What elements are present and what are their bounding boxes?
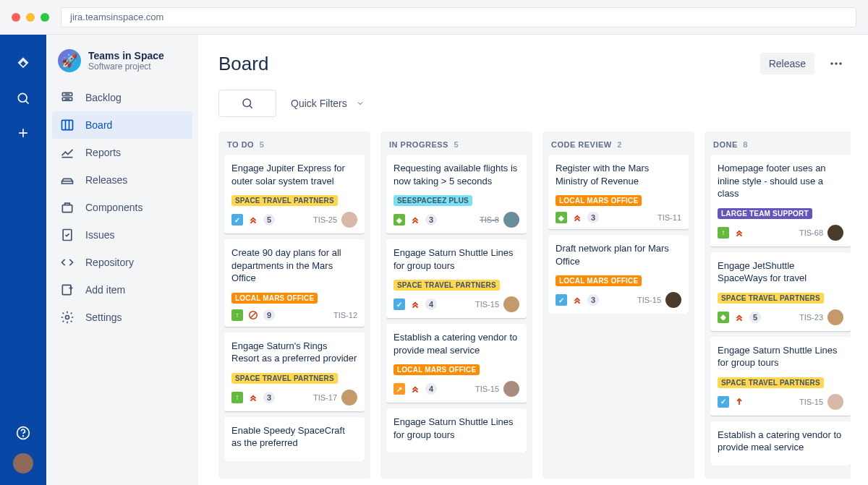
assignee-avatar bbox=[341, 212, 357, 228]
card-title: Engage Saturn Shuttle Lines for group to… bbox=[393, 246, 519, 272]
project-sidebar: 🚀 Teams in Space Software project Backlo… bbox=[46, 35, 198, 485]
svg-point-19 bbox=[66, 316, 69, 319]
assignee-avatar bbox=[503, 296, 519, 312]
minimize-window-icon[interactable] bbox=[26, 13, 35, 22]
issue-card[interactable]: Engage Saturn's Rings Resort as a prefer… bbox=[224, 332, 365, 411]
sidebar-item-board[interactable]: Board bbox=[52, 111, 192, 139]
assignee-avatar bbox=[503, 212, 519, 228]
sidebar-item-label: Settings bbox=[85, 312, 122, 323]
url-bar[interactable]: jira.teamsinspace.com bbox=[61, 7, 856, 27]
sidebar-item-settings[interactable]: Settings bbox=[52, 304, 192, 331]
svg-point-5 bbox=[23, 436, 24, 437]
svg-line-24 bbox=[250, 106, 252, 108]
issue-card[interactable]: Establish a catering vendor to provide m… bbox=[710, 421, 851, 465]
create-icon[interactable] bbox=[9, 119, 38, 147]
quick-filters-dropdown[interactable]: Quick Filters bbox=[291, 98, 365, 109]
priority-highest-icon bbox=[409, 299, 421, 310]
sidebar-item-label: Reports bbox=[85, 147, 121, 158]
column-done: Done 8 Homepage footer uses an inline st… bbox=[705, 132, 851, 478]
card-title: Engage Jupiter Express for outer solar s… bbox=[231, 162, 357, 187]
issue-card[interactable]: Register with the Mars Ministry of Reven… bbox=[548, 155, 689, 229]
settings-icon bbox=[59, 309, 75, 325]
epic-label: Local Mars Office bbox=[393, 364, 480, 375]
issue-key: TIS-15 bbox=[475, 300, 499, 309]
story-points-badge: 5 bbox=[749, 312, 761, 323]
issue-key: TIS-17 bbox=[313, 393, 337, 402]
sidebar-item-label: Add item bbox=[85, 284, 125, 296]
card-title: Homepage footer uses an inline style - s… bbox=[718, 162, 843, 200]
column-header: Code Review 2 bbox=[548, 139, 689, 155]
project-header[interactable]: 🚀 Teams in Space Software project bbox=[52, 49, 192, 84]
column-in-progress: In Progress 5 Requesting available fligh… bbox=[380, 132, 532, 478]
add-item-icon bbox=[59, 282, 75, 298]
issue-card[interactable]: Create 90 day plans for all departments … bbox=[224, 239, 365, 327]
assignee-avatar bbox=[503, 381, 519, 397]
issue-card[interactable]: Homepage footer uses an inline style - s… bbox=[710, 155, 851, 246]
sidebar-item-label: Board bbox=[85, 119, 112, 131]
epic-label: Space Travel Partners bbox=[393, 280, 500, 291]
close-window-icon[interactable] bbox=[12, 13, 20, 22]
epic-label: Local Mars Office bbox=[231, 293, 318, 304]
browser-chrome: jira.teamsinspace.com bbox=[0, 0, 868, 35]
issue-key: TIS-23 bbox=[799, 313, 823, 322]
priority-high-icon bbox=[733, 396, 745, 408]
jira-logo-icon[interactable] bbox=[9, 49, 38, 78]
issue-card[interactable]: Engage Saturn Shuttle Lines for group to… bbox=[710, 337, 851, 416]
issue-key: TIS-8 bbox=[480, 215, 499, 224]
sidebar-item-reports[interactable]: Reports bbox=[52, 139, 192, 166]
page-title: Board bbox=[218, 53, 268, 75]
url-text: jira.teamsinspace.com bbox=[70, 12, 163, 22]
issue-card[interactable]: Engage Saturn Shuttle Lines for group to… bbox=[386, 239, 527, 318]
sidebar-item-components[interactable]: Components bbox=[52, 194, 192, 221]
sidebar-item-label: Issues bbox=[85, 229, 114, 241]
sidebar-item-issues[interactable]: Issues bbox=[52, 221, 192, 249]
issue-card[interactable]: Draft network plan for Mars Office Local… bbox=[548, 235, 689, 314]
sidebar-item-label: Repository bbox=[85, 257, 134, 268]
card-title: Register with the Mars Ministry of Reven… bbox=[556, 162, 681, 187]
issue-key: TIS-15 bbox=[799, 398, 823, 406]
search-icon[interactable] bbox=[9, 84, 38, 113]
story-type-icon: ◆ bbox=[393, 214, 405, 226]
epic-label: SeeSpaceEZ Plus bbox=[393, 195, 472, 206]
releases-icon bbox=[59, 172, 75, 188]
chevron-down-icon bbox=[356, 99, 365, 108]
project-avatar-icon: 🚀 bbox=[58, 49, 81, 72]
board-search-input[interactable] bbox=[218, 90, 276, 117]
task-type-icon: ✓ bbox=[556, 294, 567, 306]
story-points-badge: 3 bbox=[263, 392, 275, 403]
sidebar-item-backlog[interactable]: Backlog bbox=[52, 84, 192, 111]
issue-card[interactable]: Enable Speedy SpaceCraft as the preferre… bbox=[224, 417, 365, 461]
window-controls bbox=[12, 13, 49, 22]
reports-icon bbox=[59, 145, 75, 160]
epic-label: Space Travel Partners bbox=[231, 373, 338, 384]
issue-card[interactable]: Requesting available flights is now taki… bbox=[386, 155, 527, 233]
issue-card[interactable]: Engage Jupiter Express for outer solar s… bbox=[224, 155, 365, 233]
issue-card[interactable]: Engage Saturn Shuttle Lines for group to… bbox=[386, 408, 527, 452]
svg-point-20 bbox=[830, 62, 833, 65]
project-subtitle: Software project bbox=[88, 61, 164, 72]
subtask-type-icon: ↗ bbox=[393, 383, 405, 395]
issue-card[interactable]: Establish a catering vendor to provide m… bbox=[386, 324, 527, 403]
board-icon bbox=[59, 117, 75, 133]
column-header: In Progress 5 bbox=[386, 139, 527, 155]
release-button[interactable]: Release bbox=[760, 53, 814, 74]
maximize-window-icon[interactable] bbox=[41, 13, 49, 22]
story-points-badge: 3 bbox=[587, 294, 599, 306]
assignee-avatar bbox=[341, 390, 357, 405]
sidebar-item-add-item[interactable]: Add item bbox=[52, 276, 192, 304]
task-type-icon: ✓ bbox=[393, 299, 405, 310]
more-button[interactable] bbox=[822, 51, 851, 77]
card-title: Establish a catering vendor to provide m… bbox=[718, 429, 843, 454]
story-points-badge: 4 bbox=[425, 299, 437, 310]
card-title: Establish a catering vendor to provide m… bbox=[393, 331, 519, 356]
story-type-icon: ◆ bbox=[718, 312, 729, 323]
story-points-badge: 3 bbox=[425, 214, 437, 226]
issue-card[interactable]: Engage JetShuttle SpaceWays for travel S… bbox=[710, 252, 851, 331]
sidebar-item-repository[interactable]: Repository bbox=[52, 249, 192, 276]
sidebar-item-releases[interactable]: Releases bbox=[52, 166, 192, 194]
user-avatar[interactable] bbox=[13, 453, 33, 473]
issue-key: TIS-15 bbox=[637, 296, 661, 304]
svg-line-1 bbox=[25, 100, 28, 103]
help-icon[interactable] bbox=[9, 419, 38, 447]
assignee-avatar bbox=[827, 225, 843, 241]
